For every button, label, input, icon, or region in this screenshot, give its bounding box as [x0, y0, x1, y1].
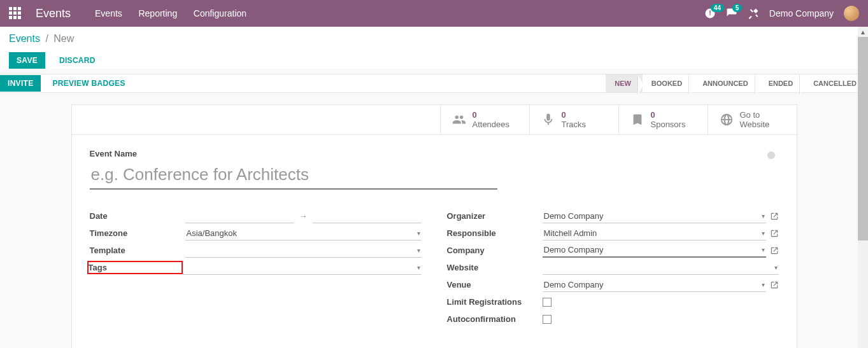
apps-icon[interactable] — [9, 7, 22, 20]
chevron-down-icon: ▾ — [417, 264, 420, 271]
tags-label: Tags — [87, 261, 183, 274]
timezone-label: Timezone — [90, 228, 185, 238]
settings-icon[interactable] — [748, 8, 759, 19]
limit-checkbox[interactable] — [543, 298, 551, 307]
stat-tracks[interactable]: 0Tracks — [529, 105, 618, 134]
messages-icon[interactable]: 5 — [726, 8, 737, 19]
breadcrumb-current: New — [53, 33, 74, 44]
external-link-icon[interactable] — [770, 246, 779, 255]
globe-icon — [720, 113, 734, 127]
top-navbar: Events Events Reporting Configuration 44… — [0, 0, 868, 27]
chevron-down-icon: ▾ — [774, 264, 778, 271]
discard-button[interactable]: DISCARD — [52, 52, 103, 69]
autoconfirm-checkbox[interactable] — [543, 315, 551, 324]
form-sheet: 0Attendees 0Tracks 0Sponsors Go toWebsit… — [71, 104, 797, 348]
event-name-input[interactable] — [90, 162, 497, 190]
date-label: Date — [90, 211, 185, 221]
stage-ended[interactable]: ENDED — [760, 74, 805, 92]
invite-button[interactable]: INVITE — [0, 75, 41, 92]
chevron-down-icon: ▾ — [417, 230, 420, 237]
messages-badge: 5 — [732, 4, 743, 12]
activities-badge: 44 — [711, 4, 724, 12]
external-link-icon[interactable] — [770, 281, 779, 289]
control-panel: Events / New SAVE DISCARD — [0, 27, 868, 69]
autoconfirm-label: Autoconfirmation — [447, 314, 543, 324]
stage-announced[interactable]: ANNOUNCED — [694, 74, 760, 92]
nav-configuration[interactable]: Configuration — [194, 8, 246, 18]
chevron-down-icon: ▾ — [417, 247, 420, 254]
chevron-down-icon: ▾ — [762, 281, 765, 288]
status-dot[interactable] — [767, 151, 775, 159]
company-name[interactable]: Demo Company — [769, 8, 834, 18]
stage-booked[interactable]: BOOKED — [643, 74, 694, 92]
template-label: Template — [90, 246, 185, 255]
organizer-label: Organizer — [447, 211, 543, 221]
save-button[interactable]: SAVE — [9, 52, 45, 69]
stat-attendees[interactable]: 0Attendees — [440, 105, 529, 134]
timezone-select[interactable]: Asia/Bangkok▾ — [185, 226, 422, 240]
statusbar: INVITE PREVIEW BADGES NEW BOOKED ANNOUNC… — [0, 74, 868, 93]
company-select[interactable]: Demo Company▾ — [543, 243, 766, 258]
date-end-input[interactable] — [313, 209, 422, 223]
responsible-label: Responsible — [447, 228, 543, 238]
organizer-select[interactable]: Demo Company▾ — [543, 209, 766, 223]
website-label: Website — [447, 263, 543, 272]
breadcrumb: Events / New — [9, 33, 859, 45]
arrow-right-icon: → — [299, 211, 308, 221]
chevron-down-icon: ▾ — [762, 212, 765, 219]
chevron-down-icon: ▾ — [762, 230, 765, 237]
event-name-label: Event Name — [90, 149, 497, 158]
scroll-thumb[interactable] — [858, 37, 868, 240]
microphone-icon — [541, 113, 555, 127]
external-link-icon[interactable] — [770, 212, 779, 221]
chevron-down-icon: ▾ — [762, 246, 765, 253]
venue-label: Venue — [447, 280, 543, 289]
nav-reporting[interactable]: Reporting — [138, 8, 177, 18]
limit-label: Limit Registrations — [447, 297, 543, 307]
stat-sponsors[interactable]: 0Sponsors — [618, 105, 708, 134]
top-nav: Events Reporting Configuration — [95, 8, 260, 18]
attendees-icon — [452, 113, 466, 127]
preview-badges-button[interactable]: PREVIEW BADGES — [45, 75, 132, 92]
nav-events[interactable]: Events — [95, 8, 122, 18]
venue-select[interactable]: Demo Company▾ — [543, 278, 766, 292]
user-avatar[interactable] — [844, 6, 859, 21]
company-label: Company — [447, 246, 543, 255]
website-select[interactable]: ▾ — [543, 261, 779, 275]
breadcrumb-root[interactable]: Events — [9, 33, 40, 44]
responsible-select[interactable]: Mitchell Admin▾ — [543, 226, 766, 240]
bookmark-icon — [630, 113, 644, 127]
tags-select[interactable]: ▾ — [183, 261, 422, 275]
stat-website[interactable]: Go toWebsite — [708, 105, 797, 134]
app-title: Events — [36, 7, 71, 20]
external-link-icon[interactable] — [770, 229, 779, 238]
vertical-scrollbar[interactable]: ▲ — [858, 27, 868, 348]
activities-icon[interactable]: 44 — [704, 8, 716, 19]
date-start-input[interactable] — [185, 209, 294, 223]
stages: NEW BOOKED ANNOUNCED ENDED CANCELLED — [606, 74, 868, 92]
template-select[interactable]: ▾ — [185, 244, 422, 258]
scroll-up-icon[interactable]: ▲ — [858, 27, 868, 37]
